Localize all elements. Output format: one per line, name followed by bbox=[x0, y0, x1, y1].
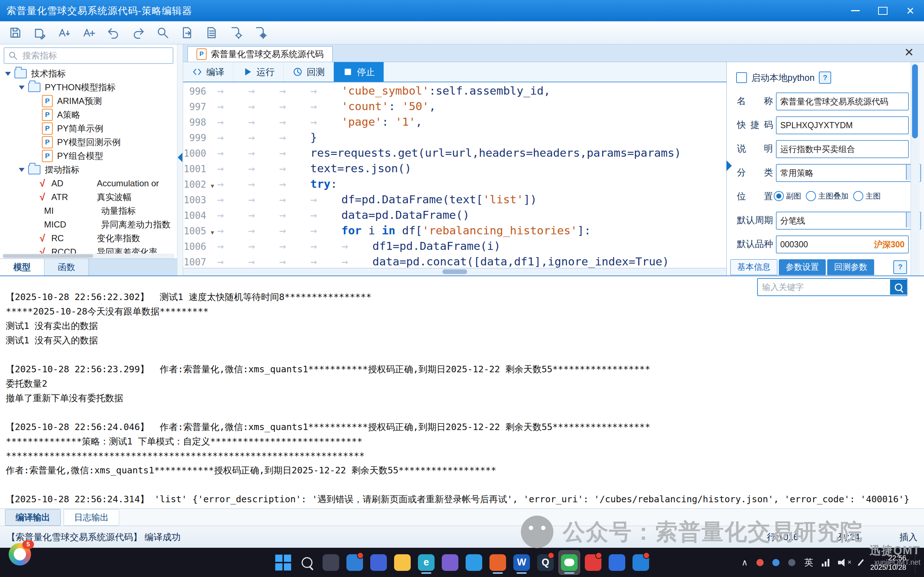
code-line[interactable]: 1006→→→→→df1=pd.DataFrame(i) bbox=[183, 238, 726, 254]
radio-option-1[interactable]: 主图叠加 bbox=[806, 191, 848, 201]
collapse-left-arrow-icon[interactable] bbox=[178, 153, 182, 162]
local-python-checkbox[interactable] bbox=[736, 72, 747, 83]
editor-tab[interactable]: P 索普量化雪球交易系统源代码 bbox=[187, 46, 333, 62]
code-line[interactable]: 1004→→→→data=pd.DataFrame() bbox=[183, 207, 726, 223]
code-line[interactable]: 1000→→→res=requests.get(url=url,headers=… bbox=[183, 145, 726, 161]
output-tab-1[interactable]: 日志输出 bbox=[64, 509, 119, 526]
export-icon[interactable] bbox=[178, 24, 197, 42]
panel-help-button[interactable]: ? bbox=[893, 260, 907, 274]
run-config-icon[interactable] bbox=[227, 24, 246, 42]
category-select[interactable]: 常用策略 bbox=[776, 164, 921, 182]
format-icon[interactable] bbox=[202, 24, 221, 42]
save-as-icon[interactable] bbox=[31, 24, 49, 42]
tree-item[interactable]: √RCCD异同离差变化率 bbox=[0, 245, 177, 253]
tree-item[interactable]: 技术指标 bbox=[0, 67, 177, 81]
code-area[interactable]: 996→→→→'cube_symbol':self.assembly_id,99… bbox=[183, 82, 726, 268]
save-icon[interactable] bbox=[6, 24, 24, 42]
help-icon[interactable]: ? bbox=[819, 71, 831, 84]
tray-app-red-icon[interactable] bbox=[756, 559, 764, 566]
tray-app-dark-icon[interactable] bbox=[788, 559, 795, 566]
keyword-search[interactable] bbox=[757, 278, 907, 296]
tree-item[interactable]: MI动量指标 bbox=[0, 204, 177, 218]
splitter-handle-icon[interactable] bbox=[442, 269, 467, 274]
panel-tab-1[interactable]: 参数设置 bbox=[779, 259, 826, 275]
word[interactable]: W bbox=[511, 551, 532, 574]
app-mail[interactable] bbox=[344, 551, 365, 574]
tree-item[interactable]: MICD异同离差动力指数 bbox=[0, 218, 177, 232]
name-field[interactable]: 索普量化雪球交易系统源代码 bbox=[776, 92, 909, 111]
panel-tab-0[interactable]: 基本信息 bbox=[730, 259, 777, 275]
sidebar-tab-0[interactable]: 模型 bbox=[0, 259, 44, 276]
tree-item[interactable]: PPY简单示例 bbox=[0, 122, 177, 135]
tree-item[interactable]: PYTHON模型指标 bbox=[0, 81, 177, 94]
close-button[interactable]: × bbox=[897, 0, 924, 21]
app-orange[interactable] bbox=[487, 551, 508, 574]
expand-arrow-icon[interactable] bbox=[19, 168, 24, 172]
redo-icon[interactable] bbox=[129, 24, 147, 42]
backtest-button[interactable]: 回测 bbox=[284, 62, 334, 82]
tree-item[interactable]: 摆动指标 bbox=[0, 163, 177, 177]
code-line[interactable]: 1001→→→text=res.json() bbox=[183, 161, 726, 176]
tree-item[interactable]: √RC变化率指数 bbox=[0, 232, 177, 245]
close-tab-icon[interactable]: ✕ bbox=[904, 47, 914, 58]
titlebar[interactable]: 索普量化雪球交易系统源代码-策略编辑器 × bbox=[0, 0, 924, 21]
code-line[interactable]: 998→→→→'page': '1', bbox=[183, 114, 726, 130]
file-explorer[interactable] bbox=[392, 551, 413, 574]
volume-muted-icon[interactable]: × bbox=[838, 559, 851, 567]
left-splitter[interactable] bbox=[177, 44, 183, 276]
hscrollbar-thumb[interactable] bbox=[3, 254, 93, 258]
stop-button[interactable]: 停止 bbox=[334, 62, 384, 82]
radio-option-2[interactable]: 主图 bbox=[853, 191, 880, 201]
font-decrease-icon[interactable] bbox=[55, 24, 74, 42]
input-language-button[interactable]: 英 bbox=[804, 556, 813, 568]
vscrollbar-thumb[interactable] bbox=[912, 64, 918, 138]
app-blue-badge[interactable] bbox=[631, 551, 651, 574]
start-button[interactable] bbox=[273, 551, 293, 574]
tree-item[interactable]: √ATR真实波幅 bbox=[0, 190, 177, 204]
indicator-search-input[interactable] bbox=[22, 50, 169, 61]
indicator-search[interactable] bbox=[3, 47, 173, 64]
undo-icon[interactable] bbox=[104, 24, 123, 42]
run-button[interactable]: 运行 bbox=[233, 62, 284, 82]
app-browser[interactable] bbox=[463, 551, 484, 574]
maximize-button[interactable] bbox=[869, 0, 897, 21]
edge-browser[interactable]: e bbox=[416, 551, 437, 574]
code-line[interactable]: 996→→→→'cube_symbol':self.assembly_id, bbox=[183, 83, 726, 98]
network-icon[interactable] bbox=[822, 559, 829, 567]
tree-item[interactable]: PARIMA预测 bbox=[0, 94, 177, 108]
code-line[interactable]: 1005▼→→→→for i in df['rebalancing_histor… bbox=[183, 223, 726, 238]
app-violet[interactable] bbox=[440, 551, 461, 574]
search-button[interactable] bbox=[890, 279, 907, 295]
default-period-select[interactable]: 分笔线 bbox=[776, 211, 921, 230]
app-red[interactable] bbox=[583, 551, 604, 574]
tree-item[interactable]: PPY模型回测示例 bbox=[0, 135, 177, 149]
font-increase-icon[interactable] bbox=[79, 24, 98, 42]
editor-vscrollbar[interactable] bbox=[911, 62, 920, 276]
minimize-button[interactable] bbox=[842, 0, 869, 21]
editor-hsplitter[interactable] bbox=[183, 268, 726, 276]
build-config-icon[interactable] bbox=[252, 24, 270, 42]
search-button[interactable] bbox=[297, 551, 318, 574]
tree-hscrollbar[interactable] bbox=[2, 253, 175, 258]
code-line[interactable]: 1002▼→→→try: bbox=[183, 176, 726, 192]
app-chat-blue[interactable] bbox=[606, 551, 627, 574]
code-line[interactable]: 1007→→→→→data=pd.concat([data,df1],ignor… bbox=[183, 254, 726, 268]
tray-expand-icon[interactable]: ∧ bbox=[742, 558, 748, 567]
shortcut-code-field[interactable]: SPLHXQJYXTYDM bbox=[776, 116, 909, 134]
app-store[interactable] bbox=[368, 551, 389, 574]
floating-assistant-ball[interactable]: 5 bbox=[9, 543, 31, 566]
find-icon[interactable] bbox=[153, 24, 172, 42]
radio-option-0[interactable]: 副图 bbox=[774, 191, 801, 201]
code-line[interactable]: 1003→→→→df=pd.DataFrame(text['list']) bbox=[183, 192, 726, 207]
compile-button[interactable]: 编译 bbox=[183, 62, 233, 82]
tray-app-blue-icon[interactable] bbox=[772, 559, 779, 566]
pen-icon[interactable] bbox=[858, 559, 864, 566]
default-symbol-field[interactable]: 000300沪深300 bbox=[776, 235, 909, 253]
expand-arrow-icon[interactable] bbox=[19, 85, 24, 90]
wechat[interactable] bbox=[559, 551, 580, 574]
expand-arrow-icon[interactable] bbox=[5, 72, 11, 76]
code-line[interactable]: 999→→→} bbox=[183, 130, 726, 145]
panel-tab-2[interactable]: 回测参数 bbox=[827, 259, 874, 275]
sidebar-tab-1[interactable]: 函数 bbox=[44, 259, 89, 276]
output-tab-0[interactable]: 编译输出 bbox=[5, 509, 61, 526]
